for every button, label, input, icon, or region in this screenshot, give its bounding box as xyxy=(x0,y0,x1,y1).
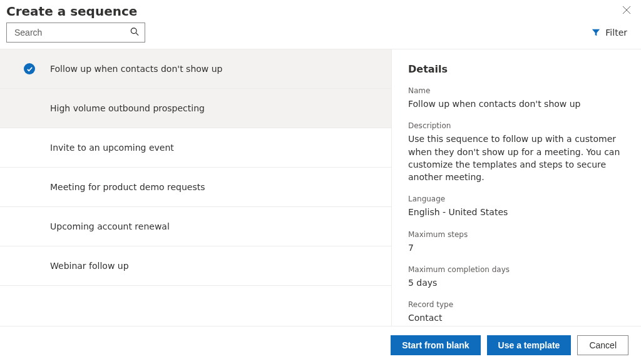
template-item-label: Upcoming account renewal xyxy=(24,221,170,231)
template-item-label: Invite to an upcoming event xyxy=(24,143,174,153)
details-description-value: Use this sequence to follow up with a cu… xyxy=(408,133,625,183)
template-item-webinar-follow-up[interactable]: Webinar follow up xyxy=(0,246,391,286)
search-box[interactable] xyxy=(6,23,145,43)
start-from-blank-button[interactable]: Start from blank xyxy=(391,335,480,355)
template-item-high-volume-outbound[interactable]: High volume outbound prospecting xyxy=(0,89,391,128)
details-name-value: Follow up when contacts don't show up xyxy=(408,98,625,110)
search-input[interactable] xyxy=(6,23,145,43)
template-item-label: Follow up when contacts don't show up xyxy=(24,64,222,74)
details-heading: Details xyxy=(408,63,625,75)
dialog-footer: Start from blank Use a template Cancel xyxy=(0,326,641,364)
template-item-label: High volume outbound prospecting xyxy=(24,103,205,113)
close-icon xyxy=(622,6,631,14)
details-panel: Details Name Follow up when contacts don… xyxy=(392,49,641,326)
details-max-days-label: Maximum completion days xyxy=(408,265,625,274)
svg-line-3 xyxy=(136,33,138,36)
details-max-days-value: 5 days xyxy=(408,276,625,289)
selected-check-icon xyxy=(24,63,35,74)
details-max-steps-value: 7 xyxy=(408,241,625,254)
details-description-label: Description xyxy=(408,121,625,130)
filter-button[interactable]: Filter xyxy=(592,28,627,38)
template-list: Follow up when contacts don't show up Hi… xyxy=(0,49,392,326)
close-button[interactable] xyxy=(618,4,635,18)
details-record-type-label: Record type xyxy=(408,300,625,309)
filter-icon xyxy=(592,28,600,37)
template-item-label: Meeting for product demo requests xyxy=(24,182,205,192)
details-language-value: English - United States xyxy=(408,206,625,218)
details-record-type-value: Contact xyxy=(408,311,625,324)
details-name-label: Name xyxy=(408,86,625,95)
details-language-label: Language xyxy=(408,195,625,203)
filter-label: Filter xyxy=(605,28,627,38)
template-item-account-renewal[interactable]: Upcoming account renewal xyxy=(0,207,391,246)
cancel-button[interactable]: Cancel xyxy=(577,335,628,355)
use-a-template-button[interactable]: Use a template xyxy=(487,335,572,355)
search-icon xyxy=(130,27,139,39)
template-item-follow-up-no-show[interactable]: Follow up when contacts don't show up xyxy=(0,49,391,89)
template-item-label: Webinar follow up xyxy=(24,261,129,271)
details-max-steps-label: Maximum steps xyxy=(408,230,625,239)
template-item-invite-event[interactable]: Invite to an upcoming event xyxy=(0,128,391,168)
dialog-title: Create a sequence xyxy=(6,4,137,19)
template-item-product-demo[interactable]: Meeting for product demo requests xyxy=(0,168,391,207)
svg-point-2 xyxy=(131,28,136,34)
